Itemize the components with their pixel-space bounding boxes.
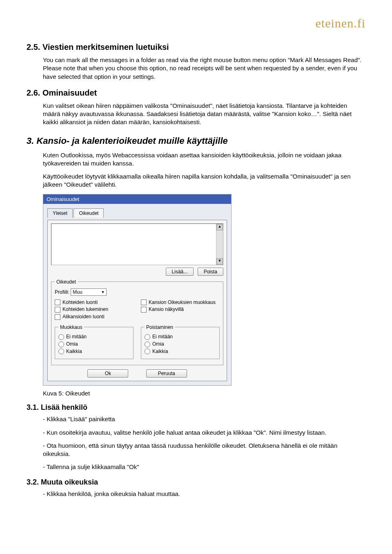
heading-num: 3. [27,136,34,146]
heading-num: 3.1. [27,403,39,411]
radio[interactable] [145,334,150,340]
edit-legend: Muokkaus [58,324,84,330]
edit-fieldset: Muokkaus Ei mitään Omia Kaikkia [55,324,134,359]
add-button[interactable]: Lisää... [166,268,194,276]
checkbox[interactable] [141,299,147,305]
scrollbar[interactable]: ▲ ▼ [216,224,223,265]
radio[interactable] [58,348,64,354]
checkbox[interactable] [55,299,60,305]
check-label: Kansio näkyvillä [149,306,184,312]
heading-title: Lisää henkilö [41,403,87,411]
radio-label: Kaikkia [66,348,82,354]
heading-num: 2.5. [27,42,40,51]
heading-2-6: 2.6. Ominaisuudet [27,88,365,98]
checkbox[interactable] [55,307,60,313]
paragraph: Kun valitset oikean hiiren näppäimen val… [43,102,365,127]
tab-oikeudet[interactable]: Oikeudet [74,208,104,218]
heading-num: 2.6. [27,88,40,97]
radio-label: Ei mitään [152,334,173,340]
cancel-button[interactable]: Peruuta [146,369,187,378]
ok-button[interactable]: Ok [87,369,128,378]
delete-fieldset: Poistaminen Ei mitään Omia Kaikkia [141,324,220,359]
radio-label: Omia [66,341,78,347]
tab-strip: Yleiset Oikeudet [47,208,227,217]
heading-num: 3.2. [27,478,39,486]
site-logo: eteinen.fi [27,16,365,30]
paragraph: Kuten Outlookissa, myös Webaccessissa vo… [43,151,365,168]
check-label: Kohteiden lukeminen [62,306,108,312]
heading-2-5: 2.5. Viestien merkitseminen luetuiksi [27,42,365,52]
check-label: Kansion Oikeuksien muokkaus [149,299,216,305]
profile-label: Profiili: [55,289,69,295]
rights-fieldset: Oikeudet Profiili: Muu ▼ Kohteiden luont… [51,279,223,366]
scroll-down-icon[interactable]: ▼ [216,258,223,265]
user-listbox[interactable]: ▲ ▼ [51,223,223,265]
check-label: Alikansioiden luonti [62,314,105,319]
scroll-up-icon[interactable]: ▲ [216,224,223,230]
profile-select[interactable]: Muu ▼ [71,288,107,296]
list-item: - Klikkaa henkilöä, jonka oikeuksia halu… [43,490,365,498]
heading-title: Muuta oikeuksia [41,478,98,486]
radio[interactable] [58,334,64,340]
list-item: - Ota huomioon, että sinun täytyy antaa … [43,442,365,458]
radio[interactable] [145,348,150,354]
radio[interactable] [58,342,64,347]
tab-yleiset[interactable]: Yleiset [47,208,73,218]
list-item: - Klikkaa "Lisää" painiketta [43,415,365,423]
radio-label: Ei mitään [66,334,87,340]
dialog-titlebar: Ominaisuudet [43,194,231,204]
heading-title: Kansio- ja kalenterioikeudet muille käyt… [36,136,227,146]
rights-legend: Oikeudet [55,279,78,285]
checkbox[interactable] [141,307,147,313]
heading-title: Ominaisuudet [42,88,97,97]
checkbox[interactable] [55,314,60,320]
profile-value: Muu [73,289,82,295]
paragraph: Käyttöoikeudet löytyvät klikkaamalla oik… [43,172,365,189]
tab-panel-oikeudet: ▲ ▼ Lisää... Poista Oikeudet Profiili: M… [47,220,227,382]
properties-dialog: Ominaisuudet Yleiset Oikeudet ▲ ▼ Lisää.… [43,194,232,386]
heading-title: Viestien merkitseminen luetuiksi [42,42,169,51]
radio-label: Omia [152,341,164,347]
delete-legend: Poistaminen [145,324,175,330]
heading-3-2: 3.2. Muuta oikeuksia [27,478,365,487]
radio-label: Kaikkia [152,348,168,354]
paragraph: You can mark all the messages in a folde… [43,56,365,81]
remove-button[interactable]: Poista [198,268,223,276]
heading-3-1: 3.1. Lisää henkilö [27,403,365,412]
check-label: Kohteiden luonti [62,299,98,305]
list-item: - Tallenna ja sulje klikkaamalla "Ok" [43,463,365,471]
list-item: - Kun osoitekirja avautuu, valitse henki… [43,429,365,437]
figure-caption: Kuva 5: Oikeudet [43,390,365,397]
heading-3: 3. Kansio- ja kalenterioikeudet muille k… [27,136,365,146]
chevron-down-icon: ▼ [101,290,105,294]
radio[interactable] [145,342,150,347]
